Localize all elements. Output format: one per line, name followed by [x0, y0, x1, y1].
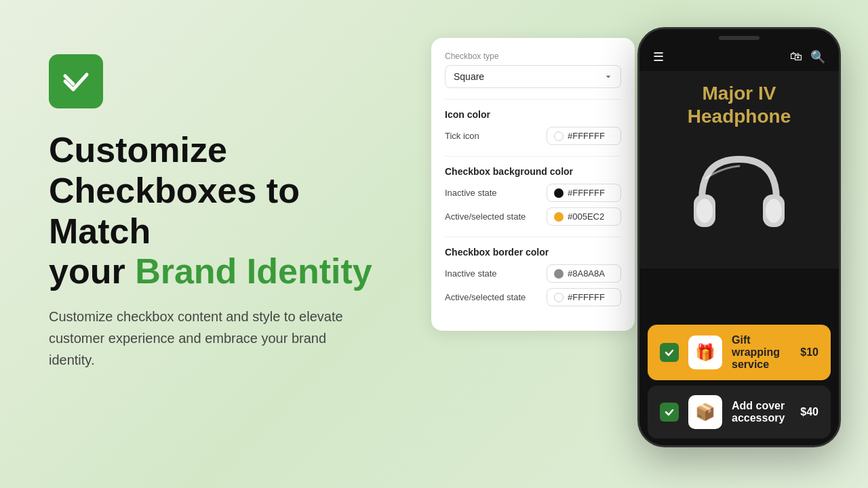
bg-active-dot — [554, 212, 564, 222]
border-inactive-row: Inactive state #8A8A8A — [445, 264, 621, 283]
border-active-swatch[interactable]: #FFFFFF — [547, 288, 621, 306]
divider-2 — [445, 156, 621, 157]
addon-label-2: Add cover accessory — [732, 400, 791, 424]
bg-inactive-label: Inactive state — [445, 188, 497, 198]
border-color-section: Checkbox border color Inactive state #8A… — [445, 247, 621, 306]
product-title: Major IVHeadphone — [688, 82, 791, 127]
menu-icon[interactable]: ☰ — [653, 49, 664, 64]
phone-notch — [719, 36, 760, 40]
border-active-row: Active/selected state #FFFFFF — [445, 288, 621, 306]
bg-active-row: Active/selected state #005EC2 — [445, 207, 621, 226]
headline: Customize Checkboxes to Match your Brand… — [49, 130, 401, 292]
border-active-dot — [554, 293, 564, 302]
addon-price-2: $40 — [800, 406, 818, 418]
checkbox-type-section: Checkbox type Square — [445, 52, 621, 88]
checkbox-type-select[interactable]: Square — [445, 65, 621, 88]
svg-point-6 — [766, 199, 782, 223]
border-inactive-label: Inactive state — [445, 268, 497, 279]
icon-color-title: Icon color — [445, 109, 621, 120]
addon-icon-1: 🎁 — [688, 336, 722, 369]
tick-icon-hex: #FFFFFF — [568, 131, 605, 141]
bg-color-title: Checkbox background color — [445, 166, 621, 177]
addon-label-1: Gift wrapping service — [732, 334, 791, 371]
subtext: Customize checkbox content and style to … — [49, 306, 361, 371]
phone-mockup: ☰ 🛍 🔍 Major IVHeadphone — [637, 27, 841, 447]
bg-inactive-hex: #FFFFFF — [568, 188, 605, 198]
border-inactive-dot — [554, 269, 564, 279]
addon-card-2[interactable]: 📦 Add cover accessory $40 — [648, 386, 831, 439]
border-inactive-hex: #8A8A8A — [568, 268, 605, 279]
border-active-hex: #FFFFFF — [568, 292, 605, 302]
phone-navbar: ☰ 🛍 🔍 — [639, 43, 839, 71]
bg-inactive-row: Inactive state #FFFFFF — [445, 184, 621, 202]
border-color-title: Checkbox border color — [445, 247, 621, 258]
settings-card: Checkbox type Square Icon color Tick ico… — [431, 38, 635, 331]
svg-point-5 — [696, 199, 713, 223]
app-logo — [49, 54, 103, 108]
search-icon[interactable]: 🔍 — [810, 49, 825, 64]
tick-icon-row: Tick icon #FFFFFF — [445, 127, 621, 145]
phone-product-area: Major IVHeadphone — [639, 71, 839, 268]
tick-icon-dot — [554, 131, 564, 141]
addon-price-1: $10 — [800, 346, 818, 359]
left-panel: Customize Checkboxes to Match your Brand… — [49, 54, 401, 371]
tick-icon-label: Tick icon — [445, 131, 479, 141]
bg-color-section: Checkbox background color Inactive state… — [445, 166, 621, 226]
addon-checkbox-1[interactable] — [660, 343, 679, 362]
border-active-label: Active/selected state — [445, 292, 526, 302]
headphone-image — [678, 136, 800, 258]
bg-active-label: Active/selected state — [445, 211, 526, 222]
addon-checkbox-2[interactable] — [660, 403, 679, 422]
bg-inactive-swatch[interactable]: #FFFFFF — [547, 184, 621, 202]
bg-active-hex: #005EC2 — [568, 211, 604, 222]
bag-icon[interactable]: 🛍 — [790, 49, 802, 64]
tick-icon-swatch[interactable]: #FFFFFF — [547, 127, 621, 145]
icon-color-section: Icon color Tick icon #FFFFFF — [445, 109, 621, 145]
bg-inactive-dot — [554, 188, 564, 198]
divider-1 — [445, 99, 621, 100]
addon-card-1[interactable]: 🎁 Gift wrapping service $10 — [648, 325, 831, 380]
border-inactive-swatch[interactable]: #8A8A8A — [547, 264, 621, 283]
divider-3 — [445, 237, 621, 237]
bg-active-swatch[interactable]: #005EC2 — [547, 207, 621, 226]
addon-icon-2: 📦 — [688, 395, 722, 429]
checkbox-type-label: Checkbox type — [445, 52, 621, 61]
